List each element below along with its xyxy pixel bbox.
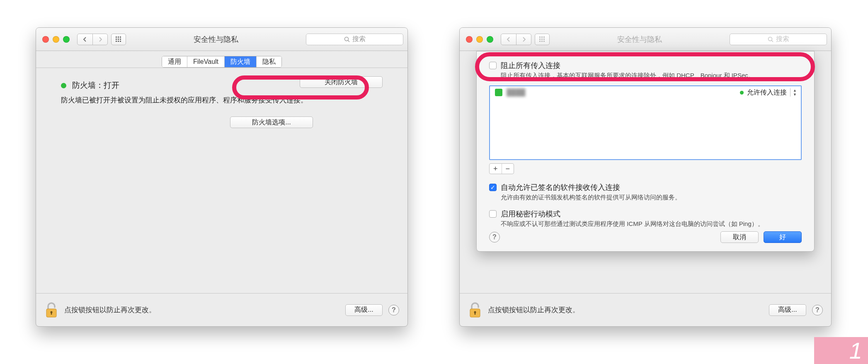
show-all-prefs-button[interactable] — [111, 34, 126, 45]
auto-allow-checkbox[interactable]: ✓ — [489, 184, 497, 191]
close-window-button[interactable] — [466, 36, 473, 43]
nav-back-button[interactable] — [501, 34, 516, 45]
zoom-window-button[interactable] — [487, 36, 493, 43]
block-all-sub: 阻止所有传入连接，基本的互联网服务所要求的连接除外，例如 DHCP、Bonjou… — [501, 72, 754, 80]
advanced-button[interactable]: 高级... — [345, 304, 383, 316]
search-input[interactable]: 搜索 — [306, 34, 403, 45]
zoom-window-button[interactable] — [63, 36, 70, 43]
add-remove-group: + − — [489, 163, 514, 174]
firewall-options-sheet: 阻止所有传入连接 阻止所有传入连接，基本的互联网服务所要求的连接除外，例如 DH… — [476, 51, 815, 252]
block-all-checkbox[interactable] — [489, 62, 497, 69]
svg-rect-13 — [51, 312, 52, 315]
lock-icon[interactable] — [468, 301, 482, 319]
firewall-status-desc: 防火墙已被打开并被设置为阻止未授权的应用程序、程序和服务接受传入连接。 — [61, 95, 383, 105]
svg-rect-17 — [539, 39, 541, 40]
apps-list[interactable]: ████ 允许传入连接 ▲▼ — [489, 85, 802, 160]
search-icon — [344, 36, 350, 42]
lock-icon[interactable] — [44, 301, 58, 319]
svg-rect-3 — [116, 39, 117, 40]
svg-rect-20 — [539, 41, 541, 42]
firewall-options-button[interactable]: 防火墙选项... — [230, 116, 313, 128]
nav-back-button[interactable] — [78, 34, 92, 45]
auto-allow-sub: 允许由有效的证书颁发机构签名的软件提供可从网络访问的服务。 — [501, 194, 681, 201]
svg-rect-8 — [120, 41, 121, 42]
stealth-mode-checkbox[interactable] — [489, 210, 497, 218]
cancel-button[interactable]: 取消 — [720, 231, 759, 243]
search-input[interactable]: 搜索 — [730, 34, 827, 45]
svg-rect-27 — [475, 312, 476, 315]
tab-firewall[interactable]: 防火墙 — [224, 56, 256, 67]
nav-forward-button[interactable] — [516, 34, 531, 45]
tab-privacy[interactable]: 隐私 — [256, 56, 281, 67]
auto-allow-label: 自动允许已签名的软件接收传入连接 — [501, 182, 681, 192]
app-name-label: ████ — [507, 89, 740, 96]
search-placeholder: 搜索 — [352, 35, 366, 44]
svg-rect-18 — [541, 39, 543, 40]
svg-line-10 — [348, 40, 349, 42]
svg-rect-21 — [541, 41, 543, 42]
svg-rect-7 — [118, 41, 119, 42]
svg-rect-6 — [116, 41, 117, 42]
remove-app-button[interactable]: − — [502, 164, 514, 174]
svg-rect-5 — [120, 39, 121, 40]
traffic-lights — [42, 36, 70, 43]
help-button[interactable]: ? — [489, 232, 500, 243]
toolbar: 安全性与隐私 搜索 — [460, 28, 831, 51]
bottom-bar: 点按锁按钮以防止再次更改。 高级... ? — [460, 293, 831, 326]
turn-off-firewall-button[interactable]: 关闭防火墙 — [300, 76, 383, 88]
add-app-button[interactable]: + — [490, 164, 502, 174]
traffic-lights — [466, 36, 493, 43]
close-window-button[interactable] — [42, 36, 49, 43]
prefs-window-left: 安全性与隐私 搜索 通用 FileVault 防火墙 隐私 防火墙：打开 关闭防… — [36, 27, 408, 327]
svg-rect-19 — [543, 39, 545, 40]
nav-forward-button[interactable] — [92, 34, 107, 45]
nav-back-forward — [77, 34, 108, 45]
svg-point-9 — [344, 37, 348, 41]
search-placeholder: 搜索 — [776, 35, 789, 44]
help-button[interactable]: ? — [812, 305, 823, 315]
tab-general[interactable]: 通用 — [162, 56, 187, 67]
stealth-mode-sub: 不响应或不认可那些通过测试类应用程序使用 ICMP 从网络对这台电脑的访问尝试（… — [501, 220, 764, 228]
window-title: 安全性与隐私 — [129, 34, 303, 44]
block-all-label: 阻止所有传入连接 — [501, 61, 754, 70]
show-all-prefs-button[interactable] — [535, 34, 550, 45]
svg-rect-14 — [539, 36, 541, 38]
svg-rect-2 — [120, 36, 121, 38]
svg-rect-1 — [118, 36, 119, 38]
svg-line-24 — [771, 40, 773, 42]
status-dot-icon — [61, 83, 66, 88]
toolbar: 安全性与隐私 搜索 — [36, 28, 407, 51]
lock-hint-text: 点按锁按钮以防止再次更改。 — [64, 305, 339, 315]
lock-hint-text: 点按锁按钮以防止再次更改。 — [488, 305, 763, 315]
tab-filevault[interactable]: FileVault — [187, 56, 224, 67]
page-number-badge: 1 — [814, 337, 868, 364]
firewall-content: 防火墙：打开 关闭防火墙 防火墙已被打开并被设置为阻止未授权的应用程序、程序和服… — [36, 69, 407, 293]
app-permission-label: 允许传入连接 — [747, 88, 787, 97]
advanced-button[interactable]: 高级... — [769, 304, 806, 316]
svg-rect-0 — [116, 36, 117, 38]
help-button[interactable]: ? — [388, 305, 399, 315]
permission-dropdown[interactable]: ▲▼ — [790, 88, 796, 97]
bottom-bar: 点按锁按钮以防止再次更改。 高级... ? — [36, 293, 407, 326]
svg-rect-16 — [543, 36, 545, 38]
svg-rect-15 — [541, 36, 543, 38]
minimize-window-button[interactable] — [476, 36, 483, 43]
firewall-status-label: 防火墙：打开 — [72, 80, 119, 91]
tabs-row: 通用 FileVault 防火墙 隐私 — [36, 51, 407, 68]
svg-point-23 — [768, 37, 772, 41]
prefs-window-right: 安全性与隐私 搜索 阻止所有传入连接 阻止所有传入连接，基本的互联网服务所要求的… — [459, 27, 832, 327]
search-icon — [768, 36, 773, 42]
svg-rect-22 — [543, 41, 545, 42]
status-dot-icon — [740, 91, 744, 95]
minimize-window-button[interactable] — [53, 36, 59, 43]
ok-button[interactable]: 好 — [764, 231, 802, 243]
window-title: 安全性与隐私 — [553, 34, 726, 44]
stealth-mode-label: 启用秘密行动模式 — [501, 209, 764, 219]
svg-rect-4 — [118, 39, 119, 40]
nav-back-forward — [501, 34, 531, 45]
list-item[interactable]: ████ 允许传入连接 ▲▼ — [490, 86, 801, 99]
app-icon — [495, 89, 502, 96]
